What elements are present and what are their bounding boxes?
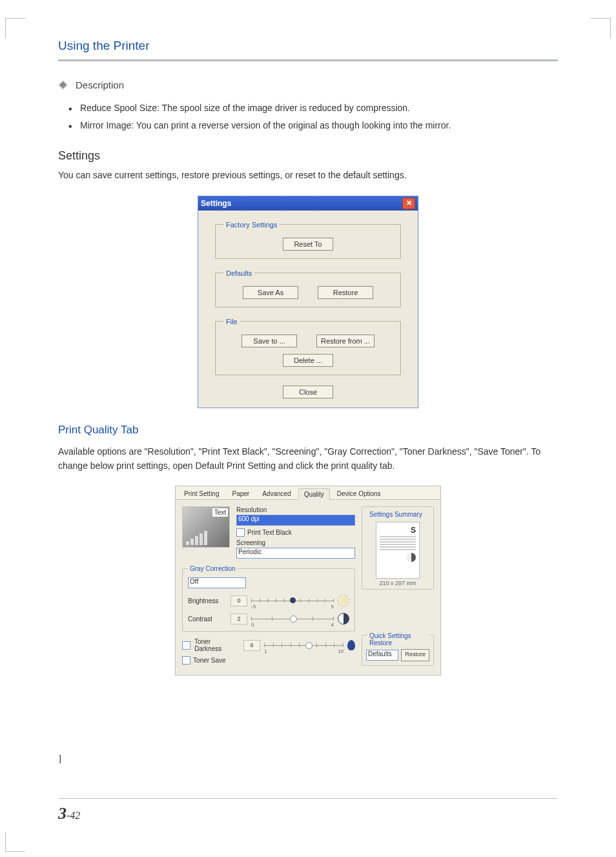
print-quality-body: Available options are "Resolution", "Pri…	[58, 444, 558, 473]
tab-quality[interactable]: Quality	[298, 488, 330, 500]
print-text-black-label: Print Text Black	[247, 529, 292, 536]
sun-icon	[338, 595, 349, 606]
settings-dialog: Settings ✕ Factory Settings Reset To Def…	[198, 196, 418, 408]
contrast-label: Contrast	[188, 615, 227, 623]
qsr-select[interactable]: Defaults	[366, 650, 398, 661]
tab-advanced[interactable]: Advanced	[256, 488, 296, 499]
list-item: Mirror Image: You can print a reverse ve…	[80, 117, 558, 134]
settings-body: You can save current settings, restore p…	[58, 168, 558, 182]
brightness-slider[interactable]: -5 5	[251, 596, 334, 605]
delete-button[interactable]: Delete ...	[283, 354, 333, 367]
slider-min: -5	[251, 604, 256, 610]
header-rule	[58, 59, 558, 61]
group-legend: Quick Settings Restore	[367, 632, 429, 646]
group-legend: Defaults	[223, 269, 254, 277]
tab-print-setting[interactable]: Print Setting	[178, 488, 225, 499]
drop-icon	[347, 640, 355, 650]
brightness-value: 0	[231, 595, 247, 606]
toner-darkness-checkbox[interactable]	[182, 641, 190, 650]
paper-dimensions: 210 x 297 mm	[366, 580, 429, 586]
description-list: Reduce Spool Size: The spool size of the…	[58, 99, 558, 134]
close-button[interactable]: Close	[283, 386, 333, 398]
contrast-value: 2	[231, 614, 247, 625]
tab-strip: Print Setting Paper Advanced Quality Dev…	[176, 486, 440, 500]
group-legend: Gray Correction	[188, 565, 238, 572]
slider-min: 0	[251, 622, 254, 628]
slider-max: 5	[331, 604, 334, 610]
tab-paper[interactable]: Paper	[226, 488, 255, 499]
page-footer: 3-42	[58, 798, 558, 823]
gray-correction-group: Gray Correction Off Brightness 0 -5 5	[182, 565, 355, 632]
resolution-select[interactable]: 600 dpi	[236, 515, 355, 526]
preview-circle-icon	[407, 553, 416, 562]
slider-max: 4	[331, 622, 334, 628]
list-item: Reduce Spool Size: The spool size of the…	[80, 99, 558, 117]
settings-heading: Settings	[58, 149, 558, 163]
stray-text: ]	[58, 753, 558, 764]
file-group: File Save to ... Restore from ... Delete…	[215, 318, 401, 375]
resolution-label: Resolution	[236, 506, 355, 513]
group-legend: Factory Settings	[223, 221, 280, 229]
restore-button[interactable]: Restore	[318, 286, 373, 299]
dialog-title: Settings	[201, 199, 231, 208]
print-quality-heading: Print Quality Tab	[58, 424, 558, 437]
crop-mark	[5, 832, 25, 852]
toner-darkness-slider[interactable]: 1 10	[264, 641, 344, 650]
restore-from-button[interactable]: Restore from ...	[316, 335, 375, 347]
contrast-slider[interactable]: 0 4	[251, 614, 334, 623]
crop-mark	[591, 18, 611, 38]
save-to-button[interactable]: Save to ...	[241, 335, 297, 347]
slider-max: 10	[338, 648, 344, 654]
group-legend: File	[223, 318, 240, 325]
defaults-group: Defaults Save As Restore	[215, 269, 401, 307]
toner-darkness-value: 6	[243, 640, 260, 651]
page-header: Using the Printer	[58, 39, 558, 53]
preview-thumbnail: Text	[182, 506, 230, 548]
print-quality-dialog: Print Setting Paper Advanced Quality Dev…	[175, 486, 441, 676]
print-text-black-checkbox[interactable]	[236, 528, 245, 537]
page-number: -42	[67, 810, 80, 821]
screening-label: Screening	[236, 539, 355, 546]
page-preview: S	[376, 522, 420, 579]
thumb-label: Text	[212, 508, 228, 517]
group-legend: Settings Summary	[367, 511, 424, 518]
toner-save-label: Toner Save	[193, 657, 226, 664]
dialog-titlebar: Settings ✕	[198, 196, 418, 211]
settings-summary-group: Settings Summary S 210 x 297 mm	[362, 506, 434, 590]
gray-mode-select[interactable]: Off	[188, 577, 246, 588]
reset-to-button[interactable]: Reset To	[283, 238, 333, 251]
diamond-bullet-icon	[58, 80, 68, 90]
description-heading: Description	[76, 79, 124, 90]
qsr-restore-button[interactable]: Restore	[401, 649, 429, 661]
toner-save-checkbox[interactable]	[182, 656, 190, 665]
factory-settings-group: Factory Settings Reset To	[215, 221, 401, 259]
tab-device-options[interactable]: Device Options	[331, 488, 387, 499]
save-as-button[interactable]: Save As	[243, 286, 298, 299]
crop-mark	[5, 18, 25, 38]
preview-letter: S	[380, 526, 416, 535]
brightness-label: Brightness	[188, 597, 227, 604]
slider-min: 1	[264, 648, 267, 654]
close-icon[interactable]: ✕	[402, 198, 415, 209]
screening-select[interactable]: Periodic	[236, 548, 355, 559]
toner-darkness-label: Toner Darkness	[194, 638, 240, 652]
chapter-number: 3	[58, 804, 67, 823]
quick-settings-restore-group: Quick Settings Restore Defaults Restore	[362, 635, 434, 666]
contrast-icon	[338, 613, 349, 625]
